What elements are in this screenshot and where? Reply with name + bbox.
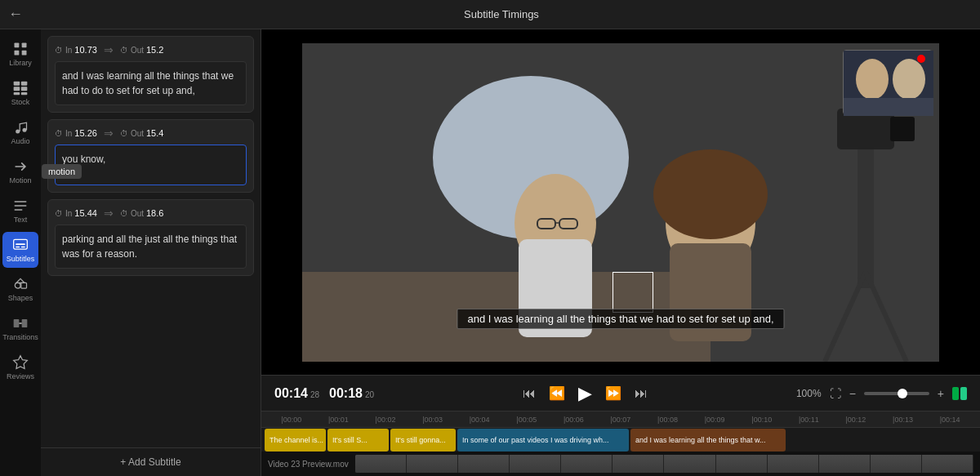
out-badge-3: ⏱ Out 18.6: [120, 208, 164, 218]
fullscreen-button[interactable]: ⛶: [830, 387, 841, 400]
video-strip: [355, 455, 973, 473]
ruler-mark: |00:00: [268, 416, 315, 424]
ruler-mark: |00:08: [644, 416, 692, 424]
color-bar-green: [952, 387, 959, 400]
subtitle-text-2[interactable]: you know,: [55, 145, 247, 185]
subtitle-text-3[interactable]: parking and all the just all the things …: [55, 225, 247, 269]
timeline-bottom: Video 23 Preview.mov: [261, 452, 980, 476]
subtitle-overlay: and I was learning all the things that w…: [457, 309, 784, 329]
subtitle-item-3[interactable]: ⏱ In 15.44 ⇒ ⏱ Out 18.6 parking and all …: [47, 199, 254, 276]
main-area: Library Stock Audio Motion motion: [0, 29, 980, 476]
strip-frame: [716, 455, 768, 473]
top-bar: ← Subtitle Timings: [0, 0, 980, 29]
svg-point-10: [16, 130, 20, 134]
fast-forward-button[interactable]: ⏩: [605, 385, 621, 401]
clip-block[interactable]: In some of our past videos I was driving…: [457, 429, 629, 452]
clip-block[interactable]: It's still gonna...: [390, 429, 456, 452]
stock-icon: [12, 80, 29, 96]
grid-icon: [12, 41, 29, 57]
timeline-tracks: The channel is... It's still S... It's s…: [261, 428, 980, 452]
reviews-icon: [12, 354, 29, 371]
svg-rect-39: [844, 98, 933, 116]
clip-block[interactable]: The channel is...: [265, 429, 326, 452]
ruler-mark: |00:11: [786, 416, 833, 424]
in-badge-1: ⏱ In 10.73: [55, 45, 97, 55]
strip-frame: [819, 455, 871, 473]
sidebar-item-motion[interactable]: Motion motion: [2, 153, 38, 189]
ruler-mark: |00:12: [832, 416, 880, 424]
video-timeline-area: and I was learning all the things that w…: [261, 29, 980, 476]
timeline-ruler: |00:00 |00:01 |00:02 |00:03 |00:04 |00:0…: [261, 411, 980, 428]
right-controls: 100% ⛶ − +: [796, 387, 967, 400]
controls-bar: 00:14 28 00:18 20 ⏮ ⏪ ▶ ⏩ ⏭ 100% ⛶ − +: [261, 375, 980, 411]
sidebar-item-reviews[interactable]: Reviews: [2, 349, 38, 385]
out-frame: 20: [365, 390, 374, 399]
add-subtitle-button[interactable]: + Add Subtitle: [120, 456, 180, 468]
svg-rect-5: [21, 82, 28, 86]
clip-block[interactable]: and I was learning all the things that w…: [630, 429, 786, 452]
sidebar-item-stock[interactable]: Stock: [2, 75, 38, 111]
svg-rect-3: [22, 51, 27, 56]
back-button[interactable]: ←: [8, 6, 23, 23]
motion-icon: [12, 158, 29, 175]
ruler-mark: |00:10: [738, 416, 786, 424]
strip-frame: [458, 455, 510, 473]
shapes-icon: [12, 276, 29, 292]
sidebar-item-audio[interactable]: Audio: [2, 114, 38, 150]
timing-arrow-3: ⇒: [104, 207, 114, 220]
in-badge-3: ⏱ In 15.44: [55, 208, 97, 218]
timeline-area: |00:00 |00:01 |00:02 |00:03 |00:04 |00:0…: [261, 411, 980, 476]
sidebar-item-library[interactable]: Library: [2, 36, 38, 72]
strip-frame: [922, 455, 973, 473]
subtitle-item-2[interactable]: ⏱ In 15.26 ⇒ ⏱ Out 15.4 you know,: [47, 119, 254, 193]
svg-rect-13: [16, 247, 20, 248]
strip-frame: [561, 455, 612, 473]
zoom-label: 100%: [796, 388, 822, 399]
svg-point-11: [23, 128, 27, 132]
zoom-in-button[interactable]: +: [938, 387, 944, 400]
strip-frame: [871, 455, 922, 473]
ruler-mark: |00:13: [880, 416, 927, 424]
sidebar-item-subtitles[interactable]: Subtitles: [2, 232, 38, 268]
timing-row-2: ⏱ In 15.26 ⇒ ⏱ Out 15.4: [55, 127, 247, 140]
current-time: 00:14: [274, 386, 308, 401]
skip-to-end-button[interactable]: ⏭: [635, 386, 648, 401]
subtitle-panel: ⏱ In 10.73 ⇒ ⏱ Out 15.2 and I was learni…: [41, 29, 261, 476]
motion-tooltip: motion: [42, 164, 82, 179]
timing-arrow-1: ⇒: [104, 43, 114, 56]
add-subtitle-bar: + Add Subtitle: [41, 447, 261, 476]
svg-point-38: [893, 59, 925, 100]
subtitle-track: The channel is... It's still S... It's s…: [265, 429, 977, 452]
svg-rect-35: [890, 117, 915, 141]
svg-rect-7: [21, 87, 28, 91]
rewind-button[interactable]: ⏪: [549, 385, 565, 401]
strip-frame: [510, 455, 561, 473]
subtitle-item-1[interactable]: ⏱ In 10.73 ⇒ ⏱ Out 15.2 and I was learni…: [47, 36, 254, 113]
svg-rect-19: [22, 319, 28, 327]
svg-rect-0: [15, 43, 20, 48]
sidebar-item-transitions[interactable]: Transitions: [2, 310, 38, 346]
video-label: Video 23 Preview.mov: [268, 460, 349, 469]
clip-block[interactable]: It's still S...: [327, 429, 389, 452]
sidebar-item-text[interactable]: Text: [2, 193, 38, 229]
sidebar: Library Stock Audio Motion motion: [0, 29, 41, 476]
svg-point-40: [917, 55, 925, 63]
ruler-mark: |00:07: [597, 416, 644, 424]
zoom-out-button[interactable]: −: [849, 387, 856, 400]
current-time-display: 00:14 28: [274, 386, 319, 401]
skip-to-start-button[interactable]: ⏮: [523, 386, 536, 401]
ruler-marks: |00:00 |00:01 |00:02 |00:03 |00:04 |00:0…: [268, 416, 973, 424]
strip-frame: [407, 455, 458, 473]
subtitle-text-1[interactable]: and I was learning all the things that w…: [55, 61, 247, 105]
svg-rect-17: [21, 282, 27, 288]
svg-rect-14: [21, 247, 25, 248]
timing-row-1: ⏱ In 10.73 ⇒ ⏱ Out 15.2: [55, 43, 247, 56]
in-badge-2: ⏱ In 15.26: [55, 128, 97, 138]
svg-point-37: [856, 59, 889, 100]
transport-controls: ⏮ ⏪ ▶ ⏩ ⏭: [523, 383, 648, 404]
strip-frame: [664, 455, 715, 473]
sidebar-item-shapes[interactable]: Shapes: [2, 271, 38, 307]
svg-rect-1: [22, 43, 27, 48]
play-button[interactable]: ▶: [578, 383, 592, 404]
zoom-slider[interactable]: [864, 392, 929, 395]
